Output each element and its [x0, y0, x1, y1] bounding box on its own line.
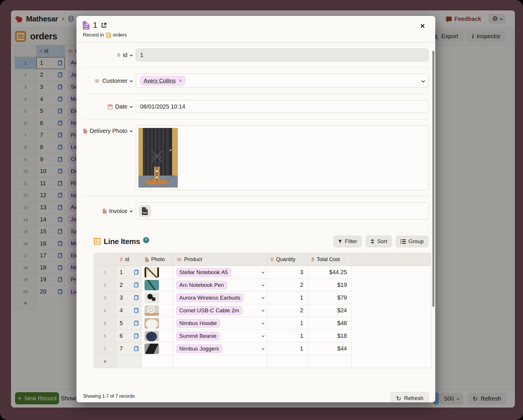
column-header-quantity[interactable]: # Quantity — [267, 253, 308, 266]
id-cell[interactable]: 6 — [116, 330, 142, 342]
chevron-down-icon[interactable] — [421, 79, 425, 82]
customer-value-pill[interactable]: Avery Collins × — [140, 76, 185, 85]
photo-cell[interactable] — [142, 317, 173, 330]
group-button[interactable]: Group — [396, 235, 429, 247]
remove-icon[interactable]: × — [179, 78, 182, 84]
field-label-customer[interactable]: Customer — [83, 78, 136, 84]
photo-cell[interactable] — [142, 291, 173, 304]
product-cell[interactable]: Aurora Wireless Earbuds — [173, 291, 267, 304]
product-photo-thumbnail[interactable] — [145, 280, 159, 290]
product-pill[interactable]: Aurora Wireless Earbuds — [176, 294, 244, 302]
chevron-down-icon[interactable] — [262, 296, 264, 299]
copy-icon[interactable] — [134, 283, 138, 287]
copy-icon[interactable] — [134, 308, 138, 313]
invoice-field[interactable]: PDF — [136, 203, 429, 219]
product-cell[interactable]: Arc Notebook Pen — [173, 279, 267, 291]
copy-icon[interactable] — [134, 333, 138, 338]
id-cell[interactable]: 5 — [116, 317, 142, 330]
customer-value[interactable]: Avery Collins — [144, 78, 176, 84]
quantity-cell[interactable]: 1 — [267, 342, 308, 355]
total-cost-cell[interactable]: $79 — [308, 291, 352, 304]
date-input[interactable]: 08/01/2025 10:14 — [136, 100, 429, 113]
field-label-delivery-photo[interactable]: Delivery Photo — [83, 128, 136, 134]
record-context-table[interactable]: orders — [113, 32, 127, 38]
product-pill[interactable]: Comet USB-C Cable 2m — [176, 306, 242, 315]
row-number-cell[interactable]: 2 — [94, 279, 116, 291]
copy-icon[interactable] — [134, 270, 138, 275]
quantity-cell[interactable]: 2 — [267, 279, 308, 291]
filter-button[interactable]: Filter — [333, 235, 362, 247]
row-number-cell[interactable]: 1 — [94, 266, 116, 279]
total-cost-cell[interactable]: $24 — [308, 304, 352, 317]
row-number-cell[interactable]: 7 — [94, 342, 116, 355]
column-header-product[interactable]: Product — [173, 253, 267, 266]
id-cell[interactable]: 4 — [116, 304, 142, 317]
total-cost-cell[interactable]: $44.25 — [308, 266, 352, 279]
field-label-date[interactable]: Date — [83, 103, 136, 110]
photo-cell[interactable] — [142, 304, 173, 317]
quantity-cell[interactable]: 2 — [267, 304, 308, 317]
row-number-cell[interactable]: 4 — [94, 304, 116, 317]
product-pill[interactable]: Summit Beanie — [176, 332, 220, 340]
id-cell[interactable]: 7 — [116, 342, 142, 355]
product-photo-thumbnail[interactable] — [145, 293, 159, 303]
delivery-photo-field[interactable] — [136, 125, 429, 190]
field-label-id[interactable]: # id — [83, 52, 136, 58]
quantity-cell[interactable]: 1 — [267, 330, 308, 342]
chevron-down-icon[interactable] — [262, 322, 264, 324]
photo-cell[interactable] — [142, 279, 173, 291]
sort-button[interactable]: Sort — [365, 235, 392, 247]
pdf-file-chip[interactable]: PDF — [139, 205, 151, 217]
product-photo-thumbnail[interactable] — [145, 318, 159, 329]
quantity-cell[interactable]: 1 — [267, 317, 308, 330]
product-pill[interactable]: Arc Notebook Pen — [176, 281, 227, 289]
product-photo-thumbnail[interactable] — [145, 305, 159, 316]
product-photo-thumbnail[interactable] — [145, 267, 159, 278]
total-cost-cell[interactable]: $44 — [308, 342, 352, 355]
delivery-photo-image[interactable] — [138, 128, 178, 188]
photo-cell[interactable] — [142, 330, 173, 342]
id-cell[interactable]: 1 — [116, 266, 142, 279]
row-number-cell[interactable]: 3 — [94, 291, 116, 304]
id-cell[interactable]: 3 — [116, 291, 142, 304]
chevron-down-icon[interactable] — [262, 309, 264, 312]
total-cost-cell[interactable]: $19 — [308, 279, 352, 291]
copy-icon[interactable] — [134, 295, 138, 300]
product-cell[interactable]: Nimbus Hoodie — [173, 317, 267, 330]
row-number-cell[interactable]: 6 — [94, 330, 116, 342]
product-pill[interactable]: Nimbus Joggers — [176, 344, 222, 353]
copy-icon[interactable] — [134, 321, 138, 326]
total-cost-cell[interactable]: $48 — [308, 317, 352, 330]
open-record-icon[interactable] — [101, 23, 107, 28]
help-icon[interactable]: ? — [143, 237, 149, 243]
column-header-total-cost[interactable]: $ Total Cost — [308, 253, 352, 266]
customer-input[interactable]: Avery Collins × — [136, 74, 429, 88]
total-cost-cell[interactable]: $18 — [308, 330, 352, 342]
product-cell[interactable]: Stellar Notebook A5 — [173, 266, 267, 279]
chevron-down-icon[interactable] — [262, 334, 264, 337]
product-pill[interactable]: Stellar Notebook A5 — [176, 268, 231, 277]
product-cell[interactable]: Nimbus Joggers — [173, 342, 267, 355]
chevron-down-icon[interactable] — [262, 271, 264, 274]
column-header-photo[interactable]: Photo — [142, 253, 173, 266]
copy-icon[interactable] — [134, 346, 138, 351]
chevron-down-icon[interactable] — [262, 283, 264, 286]
product-photo-thumbnail[interactable] — [145, 344, 159, 354]
add-line-item-row[interactable]: + — [94, 355, 116, 368]
quantity-cell[interactable]: 1 — [267, 291, 308, 304]
product-photo-thumbnail[interactable] — [145, 331, 159, 341]
photo-cell[interactable] — [142, 342, 173, 355]
product-cell[interactable]: Summit Beanie — [173, 330, 267, 342]
scrollbar-thumb[interactable] — [432, 51, 434, 307]
chevron-down-icon[interactable] — [262, 347, 264, 350]
product-pill[interactable]: Nimbus Hoodie — [176, 319, 220, 328]
product-cell[interactable]: Comet USB-C Cable 2m — [173, 304, 267, 317]
quantity-cell[interactable]: 3 — [267, 266, 308, 279]
close-icon[interactable]: × — [420, 22, 425, 30]
row-number-cell[interactable]: 5 — [94, 317, 116, 330]
photo-cell[interactable] — [142, 266, 173, 279]
column-header-id[interactable]: # id — [116, 253, 142, 266]
id-cell[interactable]: 2 — [116, 279, 142, 291]
refresh-button[interactable]: ↻ Refresh — [391, 392, 429, 402]
field-label-invoice[interactable]: Invoice — [83, 208, 136, 214]
